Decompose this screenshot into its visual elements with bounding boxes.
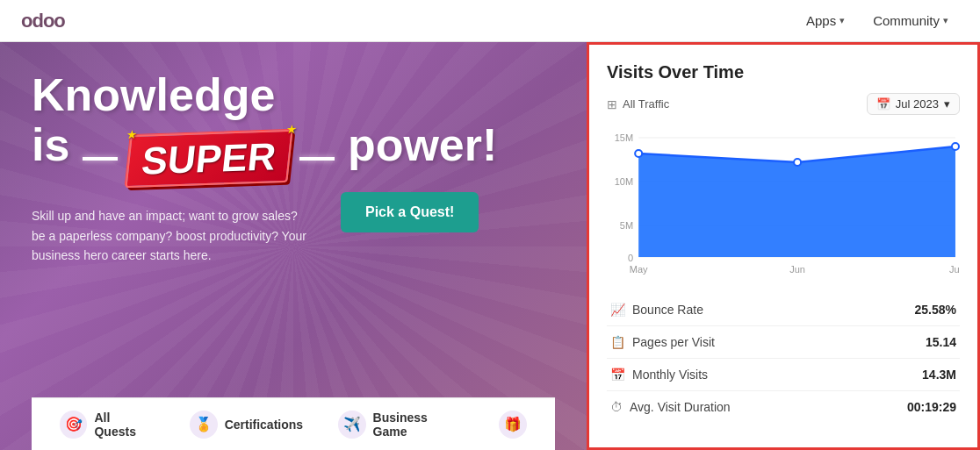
monthly-visits-icon: 📅 [610, 368, 625, 382]
calendar-icon: 📅 [876, 97, 890, 111]
pages-per-visit-label: Pages per Visit [632, 335, 715, 349]
bounce-rate-label: Bounce Rate [632, 303, 703, 317]
panel-filter-row: ⊞ All Traffic 📅 Jul 2023 ▾ [607, 93, 960, 115]
bounce-rate-icon: 📈 [610, 303, 625, 317]
bottom-nav-extra[interactable]: 🎁 [485, 404, 541, 446]
monthly-visits-value: 14.3M [922, 368, 956, 382]
navbar: odoo Apps ▾ Community ▾ [0, 0, 980, 42]
svg-text:0: 0 [628, 253, 633, 263]
bottom-nav-certifications[interactable]: 🏅 Certifications [176, 404, 317, 446]
certifications-icon: 🏅 [190, 411, 218, 439]
all-quests-label: All Quests [94, 411, 154, 439]
bottom-nav-business-game[interactable]: ✈️ Business Game [324, 404, 478, 446]
svg-text:May: May [630, 264, 648, 275]
svg-text:Jul: Jul [949, 264, 960, 275]
certifications-label: Certifications [225, 418, 303, 432]
business-game-icon: ✈️ [338, 411, 366, 439]
visits-chart: 15M 10M 5M 0 May Jun [607, 125, 960, 283]
hero-text: Knowledge is SUPER power! Skill up and h… [32, 70, 555, 266]
avg-duration-icon: ⏱ [610, 400, 623, 414]
avg-visit-duration-value: 00:19:29 [907, 400, 956, 414]
odoo-logo: odoo [21, 10, 65, 32]
community-chevron-icon: ▾ [943, 15, 948, 26]
hero-super-badge: SUPER [83, 132, 335, 185]
pick-quest-button[interactable]: Pick a Quest! [341, 192, 479, 232]
hero-heading-line2-post: power! [348, 119, 497, 170]
bottom-nav-strip: 🎯 All Quests 🏅 Certifications ✈️ Busines… [32, 397, 555, 450]
metric-avg-visit-duration: ⏱ Avg. Visit Duration 00:19:29 [607, 391, 960, 423]
chart-dot-may [635, 150, 642, 157]
monthly-visits-label: Monthly Visits [632, 368, 708, 382]
date-selector[interactable]: 📅 Jul 2023 ▾ [867, 93, 960, 115]
date-chevron-icon: ▾ [944, 97, 950, 111]
metric-bounce-rate: 📈 Bounce Rate 25.58% [607, 294, 960, 326]
all-quests-icon: 🎯 [60, 411, 87, 439]
hero-subtitle: Skill up and have an impact; want to gro… [32, 206, 313, 265]
apps-label: Apps [806, 13, 836, 28]
pages-icon: 📋 [610, 335, 625, 349]
chart-container: 15M 10M 5M 0 May Jun [607, 125, 960, 283]
svg-text:5M: 5M [620, 220, 633, 231]
nav-community[interactable]: Community ▾ [862, 8, 959, 33]
dash-left-icon [83, 157, 118, 161]
chart-dot-jul [952, 143, 959, 150]
business-game-label: Business Game [373, 411, 464, 439]
metric-monthly-visits: 📅 Monthly Visits 14.3M [607, 359, 960, 391]
metrics-list: 📈 Bounce Rate 25.58% 📋 Pages per Visit 1… [607, 294, 960, 423]
all-traffic-text: All Traffic [623, 97, 669, 111]
extra-icon: 🎁 [499, 411, 527, 439]
chart-dot-jun [794, 159, 801, 166]
nav-apps[interactable]: Apps ▾ [796, 8, 855, 33]
avg-visit-duration-label: Avg. Visit Duration [630, 400, 731, 414]
traffic-icon: ⊞ [607, 97, 617, 111]
bottom-nav-all-quests[interactable]: 🎯 All Quests [46, 404, 169, 446]
hero-super-word: SUPER [125, 130, 292, 189]
pages-per-visit-value: 15.14 [926, 335, 956, 349]
hero-heading-line2-pre: is [32, 119, 69, 170]
dash-right-icon [299, 157, 335, 161]
community-label: Community [873, 13, 940, 28]
apps-chevron-icon: ▾ [839, 15, 845, 26]
visits-panel: Visits Over Time ⊞ All Traffic 📅 Jul 202… [587, 42, 980, 450]
nav-links: Apps ▾ Community ▾ [796, 8, 959, 33]
metric-pages-per-visit: 📋 Pages per Visit 15.14 [607, 326, 960, 359]
svg-text:15M: 15M [615, 132, 633, 143]
hero-heading: Knowledge is SUPER power! [32, 70, 555, 185]
main-content: Knowledge is SUPER power! Skill up and h… [0, 42, 980, 450]
svg-text:Jun: Jun [789, 264, 805, 275]
all-traffic-label: ⊞ All Traffic [607, 97, 669, 111]
panel-title: Visits Over Time [607, 62, 960, 82]
bounce-rate-value: 25.58% [915, 303, 956, 317]
hero-panel: Knowledge is SUPER power! Skill up and h… [0, 42, 587, 450]
hero-cta-row: Skill up and have an impact; want to gro… [32, 192, 555, 265]
date-label: Jul 2023 [896, 97, 939, 111]
hero-heading-line1: Knowledge [32, 69, 275, 120]
svg-text:10M: 10M [615, 176, 633, 187]
